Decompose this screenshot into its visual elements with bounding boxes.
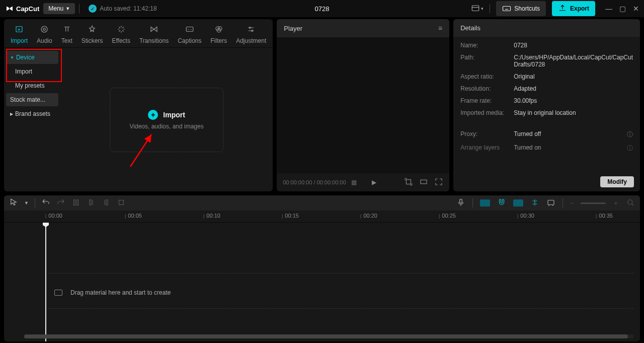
zoom-in-button[interactable]: ＋	[613, 199, 619, 208]
scale-button[interactable]	[404, 177, 413, 188]
ruler-tick: 00:30	[517, 213, 534, 219]
main-row: Import Audio Text Stickers Effects Trans…	[0, 17, 644, 191]
tab-adjustment[interactable]: Adjustment	[231, 23, 271, 47]
detail-proxy: Proxy:Turned offⓘ	[460, 130, 633, 139]
detail-framerate: Frame rate:30.00fps	[460, 97, 633, 104]
redo-button[interactable]	[56, 198, 65, 209]
playhead[interactable]	[45, 223, 46, 341]
import-subtitle: Videos, audios, and images	[130, 123, 204, 130]
ruler-tick: 00:35	[596, 213, 613, 219]
details-title: Details	[453, 19, 640, 37]
shortcuts-label: Shortcuts	[514, 5, 540, 12]
export-button[interactable]: Export	[552, 1, 595, 16]
player-menu-button[interactable]: ≡	[438, 24, 442, 32]
timeline-tracks[interactable]: Drag material here and start to create	[4, 223, 640, 341]
menu-button[interactable]: Menu ▼	[43, 3, 75, 14]
timeline-ruler[interactable]: 00:00 00:05 00:10 00:15 00:20 00:25 00:3…	[4, 211, 640, 223]
layout-button[interactable]: ▾	[471, 4, 484, 13]
zoom-out-button[interactable]: −	[570, 199, 574, 207]
zoom-fit-button[interactable]	[626, 198, 635, 209]
timeline-panel: ▼ − ＋ 00:00 00:05 00:10 00:15	[4, 195, 640, 341]
separator	[562, 198, 563, 208]
detail-name: Name:0728	[460, 42, 633, 49]
sidebar-item-presets[interactable]: My presets	[6, 79, 58, 92]
zoom-slider[interactable]	[581, 202, 606, 204]
autosave-text: Auto saved: 11:42:18	[100, 5, 156, 12]
drag-hint: Drag material here and start to create	[54, 289, 171, 296]
magnet-button[interactable]	[497, 198, 506, 209]
sidebar-item-stock[interactable]: Stock mate...	[6, 93, 58, 106]
details-panel: Details Name:0728 Path:C:/Users/HP/AppDa…	[453, 19, 640, 191]
svg-rect-15	[76, 199, 78, 205]
split-button[interactable]	[71, 198, 80, 209]
maximize-button[interactable]: ▢	[619, 5, 626, 13]
adjustment-icon	[247, 23, 256, 35]
tab-label: Transitions	[139, 37, 169, 44]
info-icon[interactable]: ⓘ	[627, 144, 633, 153]
caret-down-icon: ▼	[10, 55, 14, 60]
crop-button[interactable]	[117, 198, 126, 209]
minimize-button[interactable]: —	[605, 5, 612, 13]
tab-captions[interactable]: Captions	[173, 23, 206, 47]
tool-dropdown[interactable]: ▼	[24, 200, 29, 205]
svg-point-3	[41, 26, 47, 32]
track-guide	[48, 273, 634, 273]
media-tabs: Import Audio Text Stickers Effects Trans…	[4, 19, 273, 48]
top-bar: CapCut Menu ▼ ✓ Auto saved: 11:42:18 072…	[0, 0, 644, 17]
player-controls: 00:00:00:00 / 00:00:00:00 ▦ ▶	[277, 173, 449, 191]
delete-left-button[interactable]	[87, 198, 96, 209]
undo-button[interactable]	[41, 198, 50, 209]
close-button[interactable]: ✕	[633, 5, 639, 13]
tab-transitions[interactable]: Transitions	[135, 23, 173, 47]
delete-right-button[interactable]	[102, 198, 111, 209]
play-button[interactable]: ▶	[372, 179, 376, 186]
fullscreen-button[interactable]	[434, 177, 443, 188]
player-header: Player ≡	[277, 19, 449, 37]
import-tab-icon	[15, 23, 24, 35]
svg-rect-12	[407, 179, 411, 184]
sidebar-item-device[interactable]: ▼Device	[6, 51, 58, 64]
tab-filters[interactable]: Filters	[206, 23, 232, 47]
info-icon[interactable]: ⓘ	[627, 130, 633, 139]
svg-rect-5	[186, 27, 193, 32]
sidebar-label: My presets	[15, 82, 45, 89]
keyboard-icon	[502, 4, 511, 13]
media-body: ▼Device Import My presets Stock mate... …	[4, 48, 273, 191]
window-controls: — ▢ ✕	[605, 5, 639, 13]
svg-rect-16	[90, 199, 91, 205]
capcut-logo-icon	[5, 4, 14, 13]
track-toggle-1[interactable]	[480, 199, 490, 207]
svg-rect-1	[503, 7, 511, 11]
tab-import[interactable]: Import	[6, 23, 32, 47]
tab-audio[interactable]: Audio	[32, 23, 57, 47]
audio-icon	[40, 23, 49, 35]
svg-rect-14	[73, 199, 75, 205]
tab-text[interactable]: Text	[57, 23, 77, 47]
sidebar-item-import[interactable]: Import	[6, 65, 58, 78]
tab-label: Import	[11, 37, 28, 44]
ruler-tick: 00:10	[203, 213, 220, 219]
ratio-button[interactable]	[419, 177, 428, 188]
scrollbar-thumb[interactable]	[24, 334, 628, 338]
mic-button[interactable]	[456, 198, 465, 209]
media-panel: Import Audio Text Stickers Effects Trans…	[4, 19, 273, 191]
import-title: Import	[163, 111, 185, 119]
autosave-indicator: ✓ Auto saved: 11:42:18	[89, 5, 156, 13]
tab-stickers[interactable]: Stickers	[77, 23, 108, 47]
pointer-tool[interactable]	[9, 198, 18, 209]
import-dropzone[interactable]: + Import Videos, audios, and images	[110, 88, 223, 152]
modify-button[interactable]: Modify	[600, 176, 634, 187]
track-toggle-2[interactable]	[513, 199, 523, 207]
align-button[interactable]	[530, 198, 539, 209]
tab-effects[interactable]: Effects	[107, 23, 134, 47]
sidebar-item-brand[interactable]: ▶Brand assets	[6, 107, 58, 120]
check-icon: ✓	[89, 5, 97, 13]
sidebar-label: Stock mate...	[10, 96, 45, 103]
grid-icon[interactable]: ▦	[351, 179, 357, 186]
media-icon	[54, 290, 62, 296]
shortcuts-button[interactable]: Shortcuts	[496, 1, 546, 16]
svg-point-4	[43, 28, 46, 31]
details-body: Name:0728 Path:C:/Users/HP/AppData/Local…	[453, 37, 640, 158]
text-icon	[62, 23, 71, 35]
preview-button[interactable]	[546, 198, 555, 209]
